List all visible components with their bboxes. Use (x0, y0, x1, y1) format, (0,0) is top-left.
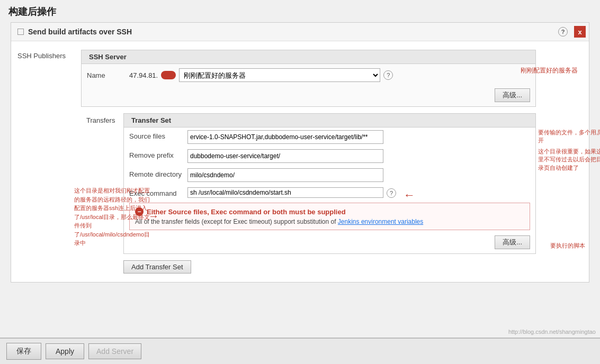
ssh-server-panel: SSH Server Name 47.94.81. 刚刚配置好的服务器 ? 刚刚… (81, 50, 536, 107)
panel-header: Send build artifacts over SSH x ? (11, 23, 589, 41)
warning-section: − Either Source files, Exec command or b… (129, 203, 530, 230)
server-advanced-wrap: 高级... (82, 86, 535, 106)
exec-command-row: Exec command ← ? (124, 185, 535, 201)
name-row: Name 47.94.81. 刚刚配置好的服务器 ? 刚刚配置好的服务器 (82, 64, 535, 86)
remote-directory-input[interactable] (187, 168, 383, 182)
remove-prefix-input[interactable] (187, 149, 383, 163)
server-advanced-button[interactable]: 高级... (495, 88, 530, 102)
remove-prefix-annotation: 这个目录很重要，如果这里不写传过去以后会把目录页自动创建了 (538, 148, 600, 172)
transfer-advanced-button[interactable]: 高级... (495, 235, 530, 249)
remote-dir-arrow: → (148, 210, 159, 222)
panel-help-icon[interactable]: ? (558, 27, 568, 37)
remove-prefix-label: Remove prefix (129, 149, 187, 159)
drag-handle (17, 29, 24, 35)
remote-directory-row: Remote directory (124, 166, 535, 185)
source-files-label: Source files (129, 130, 187, 140)
name-label: Name (87, 71, 129, 79)
bottom-bar: 保存 Apply Add Server (0, 338, 600, 364)
source-files-row: Source files 要传输的文件，多个用,隔开 (124, 128, 535, 147)
warning-header: − Either Source files, Exec command or b… (135, 207, 524, 216)
remote-dir-annotation: 这个目录是相对我们刚才配置的服务器的远程路径的，我们配置的服务器ssh连上后进入… (74, 186, 151, 248)
ssh-publishers-label: SSH Publishers (11, 46, 75, 282)
warning-title: Either Source files, Exec command or bot… (147, 208, 346, 216)
exec-command-input[interactable] (187, 187, 383, 198)
watermark: http://blog.csdn.net/shangmingtao (508, 329, 596, 335)
exec-arrow: ← (404, 188, 415, 202)
exec-annotation: 要执行的脚本 (550, 242, 585, 250)
apply-button[interactable]: Apply (46, 343, 84, 359)
transfer-set-header: Transfer Set (124, 114, 535, 128)
server-help-icon[interactable]: ? (383, 70, 393, 80)
panel-title: Send build artifacts over SSH (28, 28, 132, 36)
warning-body: All of the transfer fields (except for E… (135, 218, 524, 225)
ssh-server-header: SSH Server (82, 50, 535, 64)
transfers-content: Transfer Set Source files 要传输的文件，多个用,隔开 … (123, 113, 536, 254)
transfer-set-title: Transfer Set (131, 116, 171, 124)
add-server-button[interactable]: Add Server (88, 343, 141, 359)
remote-directory-label: Remote directory (129, 168, 187, 178)
save-button[interactable]: 保存 (6, 343, 41, 360)
server-annotation: 刚刚配置好的服务器 (521, 66, 578, 75)
page-title: 构建后操作 (0, 0, 600, 22)
server-ip-text: 47.94.81. (129, 71, 158, 79)
source-files-annotation: 要传输的文件，多个用,隔开 (538, 129, 600, 145)
jenkins-link[interactable]: Jenkins environment variables (338, 218, 423, 225)
name-select-wrap: 47.94.81. 刚刚配置好的服务器 ? (129, 68, 530, 82)
exec-help-icon[interactable]: ? (387, 188, 396, 198)
remove-prefix-row: Remove prefix 这个目录很重要，如果这里不写传过去以后会把目录页自动… (124, 147, 535, 166)
server-name-select[interactable]: 刚刚配置好的服务器 (179, 68, 380, 82)
close-button[interactable]: x (574, 26, 586, 38)
source-files-input[interactable] (187, 130, 383, 144)
ssh-server-title: SSH Server (89, 53, 127, 61)
add-transfer-button[interactable]: Add Transfer Set (123, 260, 191, 274)
add-transfer-wrap: Add Transfer Set (81, 256, 536, 278)
ssh-publishers-content: SSH Server Name 47.94.81. 刚刚配置好的服务器 ? 刚刚… (75, 46, 589, 282)
transfer-advanced-wrap: 高级... (124, 233, 535, 253)
redacted-ip (161, 71, 176, 79)
